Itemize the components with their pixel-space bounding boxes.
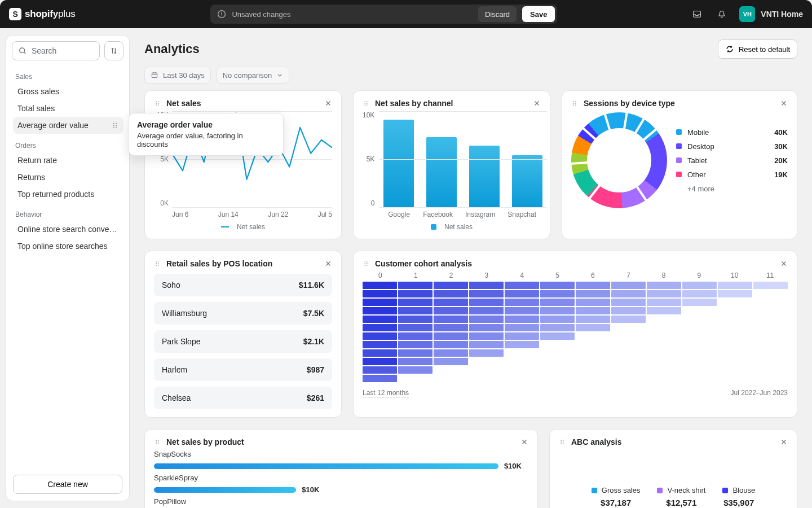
cohort-cell bbox=[469, 341, 504, 348]
card-title: Net sales by product bbox=[166, 437, 244, 446]
cohort-cell bbox=[540, 324, 575, 331]
legend-more[interactable]: +4 more bbox=[687, 185, 788, 193]
date-range-filter[interactable]: Last 30 days bbox=[144, 67, 211, 84]
cohort-cell bbox=[753, 358, 788, 365]
cohort-cell bbox=[540, 290, 575, 297]
sidebar-item-return-rate[interactable]: Return rate bbox=[13, 152, 123, 169]
sidebar-item-average-order-value[interactable]: Average order value bbox=[13, 117, 123, 134]
svg-point-45 bbox=[364, 263, 365, 264]
inbox-icon[interactable] bbox=[690, 7, 704, 21]
card-close-button[interactable] bbox=[533, 99, 541, 107]
cohort-cell bbox=[682, 332, 717, 340]
bar-chart-plot bbox=[379, 111, 547, 207]
pos-row[interactable]: Chelsea$261 bbox=[154, 387, 332, 409]
y-tick: 0 bbox=[371, 199, 375, 207]
drag-handle-icon[interactable] bbox=[363, 260, 369, 267]
cohort-cell bbox=[647, 375, 681, 382]
card-close-button[interactable] bbox=[324, 99, 332, 107]
drag-handle-icon[interactable] bbox=[559, 439, 566, 445]
legend-item: Tablet20K bbox=[676, 156, 788, 165]
close-icon bbox=[324, 260, 332, 268]
card-close-button[interactable] bbox=[780, 260, 788, 268]
sidebar-item-gross-sales[interactable]: Gross sales bbox=[13, 83, 123, 100]
cohort-cell bbox=[505, 366, 539, 374]
search-input[interactable]: Search bbox=[12, 41, 100, 60]
bell-icon[interactable] bbox=[714, 7, 729, 21]
sidebar-item-top-returned-products[interactable]: Top returned products bbox=[13, 186, 123, 203]
card-close-button[interactable] bbox=[780, 438, 788, 446]
sidebar-item-search-conversion[interactable]: Online store search conversion ov… bbox=[13, 221, 123, 238]
drag-handle-icon[interactable] bbox=[154, 260, 161, 267]
sort-button[interactable] bbox=[104, 41, 123, 60]
svg-point-52 bbox=[158, 441, 159, 443]
drag-handle-icon[interactable] bbox=[111, 121, 119, 129]
cohort-cell bbox=[434, 349, 468, 357]
color-swatch bbox=[676, 129, 682, 135]
pos-location: Williamsburg bbox=[162, 309, 207, 318]
save-button[interactable]: Save bbox=[522, 6, 555, 22]
main-content: Analytics Reset to default Last 30 days … bbox=[130, 28, 812, 508]
cohort-cell bbox=[540, 299, 575, 306]
color-swatch bbox=[676, 157, 682, 163]
sidebar-item-total-sales[interactable]: Total sales bbox=[13, 100, 123, 117]
svg-point-4 bbox=[113, 123, 114, 124]
svg-point-27 bbox=[573, 104, 574, 106]
card-close-button[interactable] bbox=[324, 260, 332, 268]
sidebar-item-top-searches[interactable]: Top online store searches bbox=[13, 238, 123, 255]
card-close-button[interactable] bbox=[520, 438, 528, 446]
legend-item: Other19K bbox=[676, 170, 788, 179]
drag-handle-icon[interactable] bbox=[571, 100, 578, 107]
reset-to-default-button[interactable]: Reset to default bbox=[718, 40, 797, 59]
cohort-cell bbox=[398, 366, 433, 374]
abc-item: V-neck shirt$12,571 bbox=[657, 486, 705, 507]
svg-point-20 bbox=[367, 103, 368, 104]
pos-row[interactable]: Park Slope$2.1K bbox=[154, 330, 332, 353]
pos-location: Soho bbox=[162, 281, 180, 290]
cohort-cell bbox=[398, 358, 433, 365]
cohort-cell bbox=[434, 366, 468, 374]
cohort-cell bbox=[398, 332, 433, 340]
svg-point-9 bbox=[116, 127, 117, 128]
cohort-cell bbox=[540, 332, 575, 340]
cohort-cell bbox=[398, 324, 433, 331]
create-new-button[interactable]: Create new bbox=[13, 475, 122, 494]
comparison-filter[interactable]: No comparison bbox=[217, 67, 289, 84]
cohort-cell bbox=[434, 299, 468, 306]
color-swatch bbox=[592, 488, 597, 493]
cohort-cell bbox=[576, 375, 610, 382]
cohort-cell bbox=[718, 282, 752, 289]
pos-row[interactable]: Soho$11.6K bbox=[154, 274, 332, 296]
drag-handle-icon[interactable] bbox=[154, 100, 161, 107]
cohort-cell bbox=[505, 349, 539, 357]
pos-row[interactable]: Harlem$987 bbox=[154, 358, 332, 381]
cohort-cell bbox=[505, 299, 539, 306]
cohort-cell bbox=[434, 282, 468, 289]
cohort-cell bbox=[398, 316, 433, 323]
abc-label: Blouse bbox=[732, 486, 755, 494]
discard-button[interactable]: Discard bbox=[478, 6, 517, 22]
cohort-cell bbox=[434, 358, 468, 365]
store-switcher[interactable]: VH VNTI Home bbox=[739, 6, 803, 22]
svg-point-13 bbox=[156, 103, 157, 104]
sidebar-item-returns[interactable]: Returns bbox=[13, 169, 123, 186]
cohort-cell bbox=[576, 299, 610, 306]
svg-point-53 bbox=[156, 443, 157, 444]
cohort-cell bbox=[363, 324, 397, 331]
cohort-cell bbox=[576, 358, 610, 365]
shopify-bag-icon: S bbox=[9, 8, 21, 20]
svg-point-16 bbox=[158, 104, 159, 106]
cohort-cell bbox=[611, 349, 646, 357]
cohort-cell bbox=[647, 316, 681, 323]
drag-handle-icon[interactable] bbox=[363, 100, 369, 107]
card-cohort-analysis: Customer cohort analysis 01234567891011 … bbox=[353, 251, 797, 418]
cohort-cell bbox=[505, 332, 539, 340]
cohort-cell bbox=[398, 290, 433, 297]
card-close-button[interactable] bbox=[780, 99, 788, 107]
cohort-cell bbox=[682, 366, 717, 374]
drag-handle-icon[interactable] bbox=[154, 439, 161, 445]
cohort-cell bbox=[540, 366, 575, 374]
pos-row[interactable]: Williamsburg$7.5K bbox=[154, 302, 332, 325]
brand-logo: S shopifyplus bbox=[9, 8, 75, 20]
chevron-down-icon bbox=[276, 72, 283, 78]
svg-point-49 bbox=[156, 440, 157, 441]
